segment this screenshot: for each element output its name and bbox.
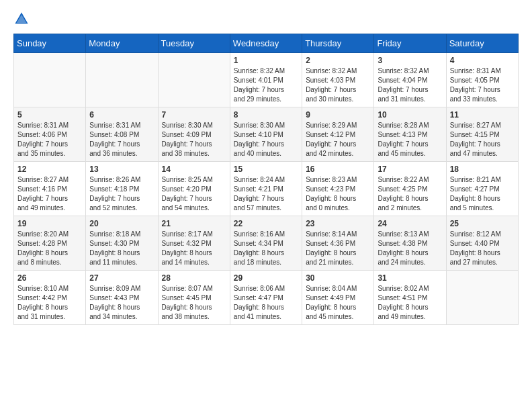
- day-number: 8: [234, 110, 298, 120]
- day-info: Sunrise: 8:14 AM Sunset: 4:36 PM Dayligh…: [306, 230, 370, 267]
- day-info: Sunrise: 8:20 AM Sunset: 4:28 PM Dayligh…: [17, 230, 82, 267]
- day-info: Sunrise: 8:31 AM Sunset: 4:05 PM Dayligh…: [450, 66, 515, 104]
- day-number: 11: [450, 110, 515, 120]
- day-info: Sunrise: 8:10 AM Sunset: 4:42 PM Dayligh…: [17, 284, 82, 322]
- logo-icon: [13, 11, 30, 27]
- day-cell-21: 21Sunrise: 8:17 AM Sunset: 4:32 PM Dayli…: [158, 216, 230, 271]
- day-number: 24: [378, 219, 442, 228]
- day-number: 6: [89, 110, 154, 120]
- weekday-header-saturday: Saturday: [446, 34, 518, 53]
- day-info: Sunrise: 8:07 AM Sunset: 4:45 PM Dayligh…: [162, 284, 226, 322]
- day-number: 16: [306, 165, 370, 174]
- day-cell-13: 13Sunrise: 8:26 AM Sunset: 4:18 PM Dayli…: [86, 162, 158, 216]
- day-info: Sunrise: 8:32 AM Sunset: 4:03 PM Dayligh…: [306, 66, 370, 104]
- calendar: SundayMondayTuesdayWednesdayThursdayFrid…: [13, 34, 519, 325]
- day-cell-7: 7Sunrise: 8:30 AM Sunset: 4:09 PM Daylig…: [158, 107, 230, 162]
- day-number: 22: [234, 219, 298, 228]
- day-info: Sunrise: 8:22 AM Sunset: 4:25 PM Dayligh…: [378, 175, 442, 213]
- day-info: Sunrise: 8:16 AM Sunset: 4:34 PM Dayligh…: [234, 230, 298, 267]
- day-info: Sunrise: 8:28 AM Sunset: 4:13 PM Dayligh…: [378, 121, 442, 158]
- weekday-header-thursday: Thursday: [302, 34, 374, 53]
- day-cell-8: 8Sunrise: 8:30 AM Sunset: 4:10 PM Daylig…: [230, 107, 302, 162]
- day-info: Sunrise: 8:25 AM Sunset: 4:20 PM Dayligh…: [162, 175, 226, 213]
- week-row-3: 12Sunrise: 8:27 AM Sunset: 4:16 PM Dayli…: [14, 162, 519, 216]
- weekday-header-sunday: Sunday: [14, 34, 86, 53]
- day-info: Sunrise: 8:02 AM Sunset: 4:51 PM Dayligh…: [378, 284, 442, 322]
- day-info: Sunrise: 8:18 AM Sunset: 4:30 PM Dayligh…: [89, 230, 154, 267]
- day-number: 26: [17, 273, 82, 283]
- day-number: 10: [378, 110, 442, 120]
- logo: [13, 11, 32, 27]
- day-number: 23: [306, 219, 370, 228]
- day-info: Sunrise: 8:23 AM Sunset: 4:23 PM Dayligh…: [306, 175, 370, 213]
- day-cell-25: 25Sunrise: 8:12 AM Sunset: 4:40 PM Dayli…: [446, 216, 518, 271]
- day-number: 13: [89, 165, 154, 174]
- page: SundayMondayTuesdayWednesdayThursdayFrid…: [0, 0, 532, 411]
- day-info: Sunrise: 8:27 AM Sunset: 4:16 PM Dayligh…: [17, 175, 82, 213]
- day-info: Sunrise: 8:12 AM Sunset: 4:40 PM Dayligh…: [450, 230, 515, 267]
- day-cell-26: 26Sunrise: 8:10 AM Sunset: 4:42 PM Dayli…: [14, 271, 86, 325]
- day-cell-4: 4Sunrise: 8:31 AM Sunset: 4:05 PM Daylig…: [446, 53, 518, 107]
- empty-cell: [158, 53, 230, 107]
- day-number: 12: [17, 165, 82, 174]
- weekday-header-tuesday: Tuesday: [158, 34, 230, 53]
- day-cell-27: 27Sunrise: 8:09 AM Sunset: 4:43 PM Dayli…: [86, 271, 158, 325]
- day-number: 19: [17, 219, 82, 228]
- week-row-1: 1Sunrise: 8:32 AM Sunset: 4:01 PM Daylig…: [14, 53, 519, 107]
- day-info: Sunrise: 8:32 AM Sunset: 4:01 PM Dayligh…: [234, 66, 298, 104]
- day-number: 18: [450, 165, 515, 174]
- day-cell-29: 29Sunrise: 8:06 AM Sunset: 4:47 PM Dayli…: [230, 271, 302, 325]
- week-row-4: 19Sunrise: 8:20 AM Sunset: 4:28 PM Dayli…: [14, 216, 519, 271]
- day-cell-19: 19Sunrise: 8:20 AM Sunset: 4:28 PM Dayli…: [14, 216, 86, 271]
- day-cell-24: 24Sunrise: 8:13 AM Sunset: 4:38 PM Dayli…: [374, 216, 446, 271]
- day-cell-5: 5Sunrise: 8:31 AM Sunset: 4:06 PM Daylig…: [14, 107, 86, 162]
- day-number: 25: [450, 219, 515, 228]
- day-number: 7: [162, 110, 226, 120]
- day-info: Sunrise: 8:21 AM Sunset: 4:27 PM Dayligh…: [450, 175, 515, 213]
- day-cell-31: 31Sunrise: 8:02 AM Sunset: 4:51 PM Dayli…: [374, 271, 446, 325]
- weekday-header-monday: Monday: [86, 34, 158, 53]
- week-row-2: 5Sunrise: 8:31 AM Sunset: 4:06 PM Daylig…: [14, 107, 519, 162]
- day-number: 14: [162, 165, 226, 174]
- day-cell-3: 3Sunrise: 8:32 AM Sunset: 4:04 PM Daylig…: [374, 53, 446, 107]
- day-cell-6: 6Sunrise: 8:31 AM Sunset: 4:08 PM Daylig…: [86, 107, 158, 162]
- day-cell-1: 1Sunrise: 8:32 AM Sunset: 4:01 PM Daylig…: [230, 53, 302, 107]
- day-info: Sunrise: 8:17 AM Sunset: 4:32 PM Dayligh…: [162, 230, 226, 267]
- day-info: Sunrise: 8:27 AM Sunset: 4:15 PM Dayligh…: [450, 121, 515, 158]
- day-cell-14: 14Sunrise: 8:25 AM Sunset: 4:20 PM Dayli…: [158, 162, 230, 216]
- day-cell-17: 17Sunrise: 8:22 AM Sunset: 4:25 PM Dayli…: [374, 162, 446, 216]
- day-number: 5: [17, 110, 82, 120]
- weekday-header-row: SundayMondayTuesdayWednesdayThursdayFrid…: [14, 34, 519, 53]
- weekday-header-wednesday: Wednesday: [230, 34, 302, 53]
- day-info: Sunrise: 8:09 AM Sunset: 4:43 PM Dayligh…: [89, 284, 154, 322]
- day-cell-16: 16Sunrise: 8:23 AM Sunset: 4:23 PM Dayli…: [302, 162, 374, 216]
- day-number: 20: [89, 219, 154, 228]
- day-info: Sunrise: 8:31 AM Sunset: 4:08 PM Dayligh…: [89, 121, 154, 158]
- day-info: Sunrise: 8:30 AM Sunset: 4:09 PM Dayligh…: [162, 121, 226, 158]
- day-cell-9: 9Sunrise: 8:29 AM Sunset: 4:12 PM Daylig…: [302, 107, 374, 162]
- day-number: 30: [306, 273, 370, 283]
- header: [13, 11, 519, 27]
- empty-cell: [14, 53, 86, 107]
- day-cell-15: 15Sunrise: 8:24 AM Sunset: 4:21 PM Dayli…: [230, 162, 302, 216]
- day-info: Sunrise: 8:13 AM Sunset: 4:38 PM Dayligh…: [378, 230, 442, 267]
- day-number: 4: [450, 56, 515, 65]
- day-cell-11: 11Sunrise: 8:27 AM Sunset: 4:15 PM Dayli…: [446, 107, 518, 162]
- day-number: 29: [234, 273, 298, 283]
- day-cell-30: 30Sunrise: 8:04 AM Sunset: 4:49 PM Dayli…: [302, 271, 374, 325]
- day-cell-18: 18Sunrise: 8:21 AM Sunset: 4:27 PM Dayli…: [446, 162, 518, 216]
- day-info: Sunrise: 8:06 AM Sunset: 4:47 PM Dayligh…: [234, 284, 298, 322]
- day-number: 3: [378, 56, 442, 65]
- day-cell-28: 28Sunrise: 8:07 AM Sunset: 4:45 PM Dayli…: [158, 271, 230, 325]
- empty-cell: [446, 271, 518, 325]
- day-number: 27: [89, 273, 154, 283]
- day-info: Sunrise: 8:31 AM Sunset: 4:06 PM Dayligh…: [17, 121, 82, 158]
- day-number: 15: [234, 165, 298, 174]
- day-info: Sunrise: 8:26 AM Sunset: 4:18 PM Dayligh…: [89, 175, 154, 213]
- day-cell-2: 2Sunrise: 8:32 AM Sunset: 4:03 PM Daylig…: [302, 53, 374, 107]
- weekday-header-friday: Friday: [374, 34, 446, 53]
- day-info: Sunrise: 8:30 AM Sunset: 4:10 PM Dayligh…: [234, 121, 298, 158]
- day-number: 31: [378, 273, 442, 283]
- day-cell-20: 20Sunrise: 8:18 AM Sunset: 4:30 PM Dayli…: [86, 216, 158, 271]
- day-number: 2: [306, 56, 370, 65]
